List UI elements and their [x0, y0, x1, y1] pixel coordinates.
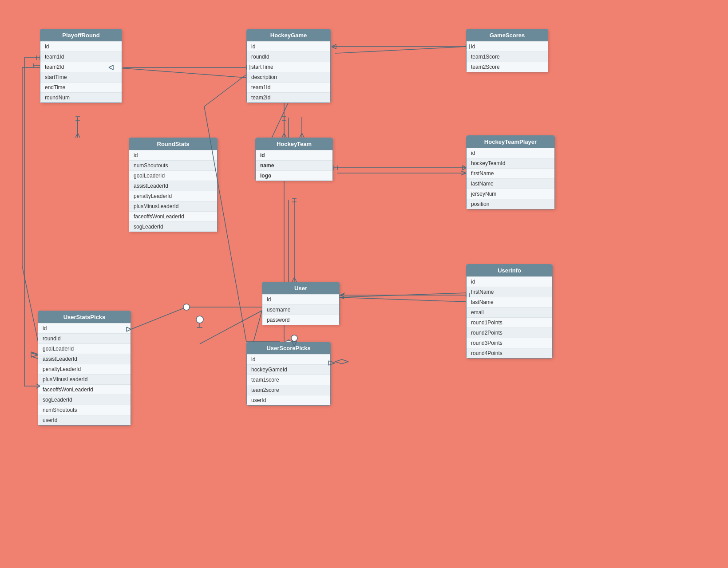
- svg-line-0: [113, 67, 246, 78]
- svg-line-41: [282, 133, 284, 138]
- field-description: description: [247, 72, 330, 82]
- field-id: id: [467, 41, 548, 51]
- svg-line-38: [78, 133, 80, 138]
- field-team1score: team1score: [247, 375, 330, 385]
- field-id: id: [247, 354, 330, 364]
- field-round3points: round3Points: [467, 338, 552, 348]
- field-roundid: roundId: [247, 51, 330, 62]
- field-goalleaderid: goalLeaderId: [38, 343, 131, 354]
- field-roundid: roundId: [38, 333, 131, 343]
- field-firstname: firstName: [467, 168, 554, 178]
- field-firstname: firstName: [467, 287, 552, 297]
- table-hockey-team: HockeyTeam id name logo: [255, 138, 333, 181]
- field-id: id: [467, 148, 554, 158]
- field-sogleaderid: sogLeaderId: [129, 221, 217, 232]
- field-position: position: [467, 199, 554, 209]
- svg-line-3: [337, 297, 466, 302]
- table-header-hockey-game: HockeyGame: [247, 29, 330, 41]
- field-team2id: team2Id: [247, 92, 330, 103]
- svg-line-21: [335, 359, 342, 362]
- table-header-user-info: UserInfo: [467, 264, 552, 276]
- svg-line-23: [342, 359, 348, 362]
- svg-line-1: [335, 47, 466, 53]
- svg-line-14: [31, 355, 38, 357]
- field-userid: userId: [247, 395, 330, 405]
- table-header-playoff-round: PlayoffRound: [40, 29, 122, 41]
- table-header-user-score-picks: UserScorePicks: [247, 342, 330, 354]
- svg-line-42: [284, 133, 286, 138]
- field-password: password: [262, 315, 339, 325]
- svg-point-66: [291, 335, 297, 341]
- svg-line-45: [300, 133, 302, 138]
- field-starttime: startTime: [40, 72, 122, 82]
- svg-line-9: [461, 171, 466, 173]
- table-playoff-round: PlayoffRound id team1Id team2Id startTim…: [40, 29, 122, 103]
- field-team1id: team1Id: [247, 82, 330, 92]
- svg-line-59: [340, 295, 345, 297]
- svg-line-10: [461, 173, 466, 175]
- field-id: id: [467, 276, 552, 287]
- diagram-container: PlayoffRound id team1Id team2Id startTim…: [0, 0, 728, 568]
- table-user-stats-picks: UserStatsPicks id roundId goalLeaderId a…: [38, 311, 131, 426]
- field-endtime: endTime: [40, 82, 122, 92]
- table-game-scores: GameScores id team1Score team2Score: [466, 29, 548, 72]
- field-id: id: [256, 150, 332, 160]
- table-header-user: User: [262, 282, 339, 294]
- table-header-round-stats: RoundStats: [129, 138, 217, 150]
- field-id: id: [40, 41, 122, 51]
- svg-line-79: [31, 356, 38, 359]
- field-starttime: startTime: [247, 62, 330, 72]
- svg-line-24: [342, 362, 348, 364]
- field-name: name: [256, 160, 332, 170]
- field-hockeyteamid: hockeyTeamId: [467, 158, 554, 168]
- svg-point-62: [183, 304, 190, 310]
- field-jerseynum: jerseyNum: [467, 189, 554, 199]
- field-faceoffswonleaderid: faceoffsWonLeaderId: [38, 384, 131, 394]
- svg-line-22: [335, 362, 342, 364]
- svg-line-33: [332, 44, 336, 47]
- field-sogleaderid: sogLeaderId: [38, 394, 131, 405]
- field-lastname: lastName: [467, 178, 554, 189]
- field-team1score: team1Score: [467, 51, 548, 62]
- field-logo: logo: [256, 170, 332, 181]
- field-id: id: [262, 294, 339, 304]
- field-email: email: [467, 307, 552, 317]
- field-roundnum: roundNum: [40, 92, 122, 103]
- field-round2points: round2Points: [467, 327, 552, 338]
- svg-line-4: [337, 293, 466, 297]
- field-penaltyleaderid: penaltyLeaderId: [129, 191, 217, 201]
- field-team2score: team2Score: [467, 62, 548, 72]
- field-round1points: round1Points: [467, 317, 552, 327]
- field-assistleaderid: assistLeaderId: [38, 354, 131, 364]
- table-header-user-stats-picks: UserStatsPicks: [38, 311, 131, 323]
- field-team1id: team1Id: [40, 51, 122, 62]
- table-user: User id username password: [262, 282, 340, 325]
- svg-line-54: [294, 277, 297, 282]
- svg-point-18: [196, 316, 203, 323]
- field-penaltyleaderid: penaltyLeaderId: [38, 364, 131, 374]
- field-id: id: [38, 323, 131, 333]
- field-numshoutouts: numShoutouts: [38, 405, 131, 415]
- svg-line-78: [31, 352, 38, 354]
- svg-line-53: [292, 277, 294, 282]
- table-user-score-picks: UserScorePicks id hockeyGameId team1scor…: [246, 342, 331, 406]
- field-plusminusleaderid: plusMinusLeaderId: [129, 201, 217, 211]
- table-header-game-scores: GameScores: [467, 29, 548, 41]
- field-username: username: [262, 304, 339, 315]
- svg-line-46: [302, 133, 304, 138]
- svg-line-37: [75, 133, 78, 138]
- svg-line-34: [332, 47, 336, 49]
- field-team2score: team2score: [247, 385, 330, 395]
- field-team2id: team2Id: [40, 62, 122, 72]
- field-userid: userId: [38, 415, 131, 425]
- table-hockey-game: HockeyGame id roundId startTime descript…: [246, 29, 331, 103]
- field-assistleaderid: assistLeaderId: [129, 181, 217, 191]
- table-hockey-team-player: HockeyTeamPlayer id hockeyTeamId firstNa…: [466, 135, 555, 209]
- svg-line-58: [340, 293, 345, 295]
- field-id: id: [247, 41, 330, 51]
- svg-line-13: [31, 353, 38, 355]
- table-header-hockey-team-player: HockeyTeamPlayer: [467, 136, 554, 148]
- table-round-stats: RoundStats id numShoutouts goalLeaderId …: [129, 138, 218, 232]
- field-goalleaderid: goalLeaderId: [129, 170, 217, 181]
- field-lastname: lastName: [467, 297, 552, 307]
